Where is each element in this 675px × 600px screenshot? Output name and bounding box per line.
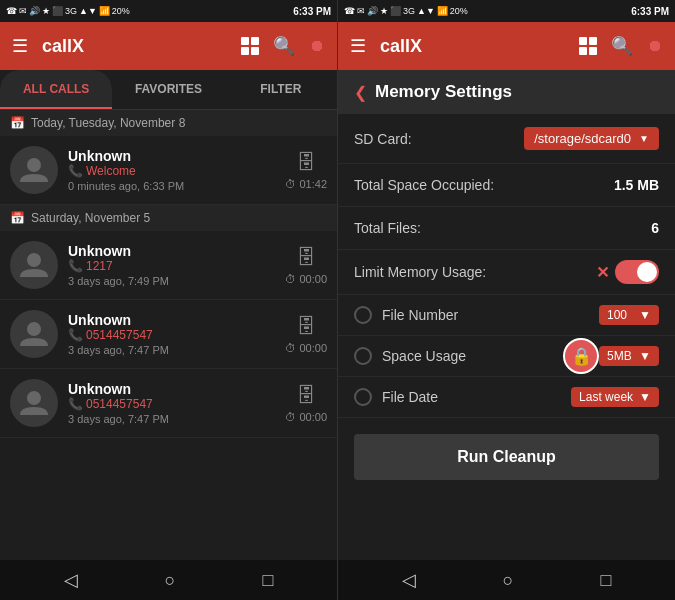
- svg-point-3: [27, 391, 41, 405]
- call-subtitle-3: 📞 0514457547: [68, 397, 275, 411]
- left-back-button[interactable]: ◁: [64, 569, 78, 591]
- back-button[interactable]: ❮: [354, 83, 367, 102]
- right-home-button[interactable]: ○: [503, 570, 514, 591]
- tab-bar: ALL CALLS FAVORITES FILTER: [0, 70, 337, 110]
- space-usage-arrow-icon: ▼: [639, 349, 651, 363]
- left-status-icons: ☎ ✉ 🔊 ★ ⬛ 3G ▲▼ 📶 20%: [6, 6, 130, 16]
- call-item-3[interactable]: Unknown 📞 0514457547 3 days ago, 7:47 PM…: [0, 369, 337, 438]
- calendar-icon: 📅: [10, 116, 25, 130]
- right-grid-icon[interactable]: [579, 37, 597, 55]
- call-name-2: Unknown: [68, 312, 275, 328]
- left-recent-button[interactable]: □: [263, 570, 274, 591]
- call-list: 📅 Today, Tuesday, November 8 Unknown 📞 W…: [0, 110, 337, 560]
- space-usage-value: 5MB: [607, 349, 632, 363]
- duration-0: ⏱ 01:42: [285, 178, 327, 190]
- sd-dropdown-arrow-icon: ▼: [639, 133, 649, 144]
- run-cleanup-button[interactable]: Run Cleanup: [354, 434, 659, 480]
- duration-2: ⏱ 00:00: [285, 342, 327, 354]
- call-info-3: Unknown 📞 0514457547 3 days ago, 7:47 PM: [68, 381, 275, 425]
- avatar-3: [10, 379, 58, 427]
- section-today-label: Today, Tuesday, November 8: [31, 116, 185, 130]
- call-subtitle-0: 📞 Welcome: [68, 164, 275, 178]
- file-number-value: 100: [607, 308, 627, 322]
- call-right-0: 🗄 ⏱ 01:42: [285, 151, 327, 190]
- space-usage-radio[interactable]: [354, 347, 372, 365]
- call-item-0[interactable]: Unknown 📞 Welcome 0 minutes ago, 6:33 PM…: [0, 136, 337, 205]
- avatar-1: [10, 241, 58, 289]
- total-space-row: Total Space Occupied: 1.5 MB: [338, 164, 675, 207]
- phone-icon-2: 📞: [68, 328, 83, 342]
- file-date-value: Last week: [579, 390, 633, 404]
- left-app-title: callX: [42, 36, 227, 57]
- search-icon[interactable]: 🔍: [273, 35, 295, 57]
- right-recent-button[interactable]: □: [601, 570, 612, 591]
- svg-point-2: [27, 322, 41, 336]
- file-number-dropdown[interactable]: 100 ▼: [599, 305, 659, 325]
- call-info-1: Unknown 📞 1217 3 days ago, 7:49 PM: [68, 243, 275, 287]
- menu-icon[interactable]: ☰: [12, 35, 28, 57]
- right-app-title: callX: [380, 36, 565, 57]
- call-time-0: 0 minutes ago, 6:33 PM: [68, 180, 275, 192]
- sd-card-label: SD Card:: [354, 131, 412, 147]
- file-number-row: File Number 100 ▼: [338, 295, 675, 336]
- right-menu-icon[interactable]: ☰: [350, 35, 366, 57]
- limit-memory-label: Limit Memory Usage:: [354, 264, 486, 280]
- main-content: ☰ callX 🔍 ⏺ ALL CALLS: [0, 22, 675, 560]
- limit-memory-toggle[interactable]: [615, 260, 659, 284]
- right-toolbar-actions: 🔍 ⏺: [579, 35, 663, 57]
- db-icon-3: 🗄: [296, 384, 316, 407]
- left-status-time: 6:33 PM: [293, 6, 331, 17]
- right-record-icon[interactable]: ⏺: [647, 37, 663, 55]
- right-status-bar: ☎ ✉ 🔊 ★ ⬛ 3G ▲▼ 📶 20% 6:33 PM: [337, 0, 675, 22]
- left-toolbar-actions: 🔍 ⏺: [241, 35, 325, 57]
- total-space-value: 1.5 MB: [614, 177, 659, 193]
- call-info-2: Unknown 📞 0514457547 3 days ago, 7:47 PM: [68, 312, 275, 356]
- total-space-label: Total Space Occupied:: [354, 177, 494, 193]
- call-item-1[interactable]: Unknown 📞 1217 3 days ago, 7:49 PM 🗄 ⏱ 0…: [0, 231, 337, 300]
- total-files-value: 6: [651, 220, 659, 236]
- sd-card-dropdown[interactable]: /storage/sdcard0 ▼: [524, 127, 659, 150]
- tab-filter[interactable]: FILTER: [225, 70, 337, 109]
- phone-icon-1: 📞: [68, 259, 83, 273]
- record-icon-toolbar[interactable]: ⏺: [309, 37, 325, 55]
- right-search-icon[interactable]: 🔍: [611, 35, 633, 57]
- calendar-icon-2: 📅: [10, 211, 25, 225]
- tab-all-calls[interactable]: ALL CALLS: [0, 70, 112, 109]
- total-files-label: Total Files:: [354, 220, 421, 236]
- call-item-2[interactable]: Unknown 📞 0514457547 3 days ago, 7:47 PM…: [0, 300, 337, 369]
- bottom-nav-bars: ◁ ○ □ ◁ ○ □: [0, 560, 675, 600]
- right-toolbar: ☰ callX 🔍 ⏺: [338, 22, 675, 70]
- total-files-row: Total Files: 6: [338, 207, 675, 250]
- x-icon: ✕: [596, 263, 609, 282]
- call-subtitle-2: 📞 0514457547: [68, 328, 275, 342]
- grid-icon[interactable]: [241, 37, 259, 55]
- toggle-container: ✕: [596, 260, 659, 284]
- db-icon-2: 🗄: [296, 315, 316, 338]
- call-time-3: 3 days ago, 7:47 PM: [68, 413, 275, 425]
- sd-card-row: SD Card: /storage/sdcard0 ▼: [338, 114, 675, 164]
- call-info-0: Unknown 📞 Welcome 0 minutes ago, 6:33 PM: [68, 148, 275, 192]
- db-icon-1: 🗄: [296, 246, 316, 269]
- section-saturday-label: Saturday, November 5: [31, 211, 150, 225]
- left-bottom-nav: ◁ ○ □: [0, 560, 337, 600]
- left-home-button[interactable]: ○: [165, 570, 176, 591]
- right-status-time: 6:33 PM: [631, 6, 669, 17]
- call-name-3: Unknown: [68, 381, 275, 397]
- file-date-dropdown[interactable]: Last week ▼: [571, 387, 659, 407]
- limit-memory-row: Limit Memory Usage: ✕: [338, 250, 675, 295]
- sd-card-value: /storage/sdcard0: [534, 131, 631, 146]
- file-date-label: File Date: [382, 389, 561, 405]
- left-status-bar: ☎ ✉ 🔊 ★ ⬛ 3G ▲▼ 📶 20% 6:33 PM: [0, 0, 337, 22]
- section-saturday-header: 📅 Saturday, November 5: [0, 205, 337, 231]
- tab-favorites[interactable]: FAVORITES: [112, 70, 224, 109]
- file-date-radio[interactable]: [354, 388, 372, 406]
- file-number-radio[interactable]: [354, 306, 372, 324]
- lock-icon: 🔒: [563, 338, 599, 374]
- duration-1: ⏱ 00:00: [285, 273, 327, 285]
- phone-icon-0: 📞: [68, 164, 83, 178]
- right-back-button[interactable]: ◁: [402, 569, 416, 591]
- file-date-arrow-icon: ▼: [639, 390, 651, 404]
- left-toolbar: ☰ callX 🔍 ⏺: [0, 22, 337, 70]
- file-number-arrow-icon: ▼: [639, 308, 651, 322]
- space-usage-dropdown[interactable]: 5MB ▼: [599, 346, 659, 366]
